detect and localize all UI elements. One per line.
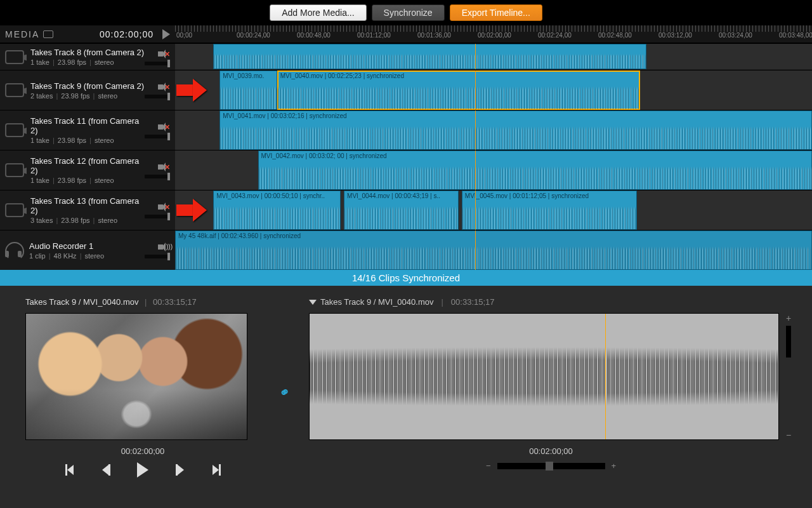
waveform-column: Takes Track 9 / MVI_0040.mov | 00:33:15;… (309, 297, 793, 488)
ruler-tick-label: 00:03:12,00 (657, 32, 717, 39)
step-forward-button[interactable] (172, 462, 187, 478)
zoom-in-h-icon[interactable]: + (612, 461, 617, 471)
preview-label: Takes Track 9 / MVI_0040.mov | 00:33:15;… (25, 297, 260, 307)
zoom-slider[interactable] (497, 463, 605, 469)
track-row: Audio Recorder 11 clip|48 KHz|stereo)))M… (0, 230, 812, 270)
track-lane[interactable]: My 45 48k.aif | 00:02:43.960 | synchroni… (175, 231, 812, 270)
horizontal-zoom[interactable]: − + (309, 461, 793, 471)
ruler-tick-label: 00;00 (175, 32, 235, 39)
go-end-button[interactable] (209, 462, 224, 478)
video-preview[interactable] (25, 313, 247, 440)
track-name: Takes Track 11 (from Camera 2) (30, 116, 145, 135)
add-media-button[interactable]: Add More Media... (270, 4, 366, 21)
preview-source-tc: 00:33:15;17 (153, 297, 197, 307)
clip[interactable]: MVI_0042.mov | 00:03:02; 00 | synchroniz… (258, 150, 812, 190)
ruler-tick-label: 00:02:48,00 (597, 32, 657, 39)
clip-label: MVI_0042.mov | 00:03:02; 00 | synchroniz… (261, 152, 387, 159)
track-header[interactable]: Takes Track 8 (from Camera 2)1 take|23.9… (0, 44, 175, 70)
lower-panel: Takes Track 9 / MVI_0040.mov | 00:33:15;… (0, 286, 812, 488)
media-label: MEDIA (5, 29, 39, 39)
waveform-source-tc: 00:33:15;17 (451, 297, 495, 307)
vertical-zoom[interactable]: + − (784, 313, 793, 440)
track-header[interactable]: Takes Track 11 (from Camera 2)1 take|23.… (0, 110, 175, 150)
transport-controls (25, 462, 260, 478)
clip[interactable]: MVI_0045.mov | 00:01:12;05 | synchronize… (462, 190, 637, 230)
waveform-timecode: 00:02:00;00 (309, 446, 793, 456)
arrow-annotation (176, 79, 209, 102)
clip[interactable] (213, 44, 646, 69)
clip[interactable]: My 45 48k.aif | 00:02:43.960 | synchroni… (175, 231, 812, 270)
clip-label: My 45 48k.aif | 00:02:43.960 | synchroni… (178, 232, 301, 239)
ruler-tick-label: 00:03:24,00 (717, 32, 778, 39)
play-button[interactable] (135, 462, 150, 478)
clip-label: MVI_0041.mov | 00:03:02;16 | synchronize… (223, 112, 346, 119)
speaker-icon[interactable]: ))) (156, 242, 170, 252)
zoom-out-v-icon[interactable]: − (786, 430, 791, 440)
media-header: MEDIA 00:02:00;00 00;0000:00:24,0000:00:… (0, 25, 812, 43)
mute-icon[interactable]: ✕ (156, 122, 170, 132)
track-header[interactable]: Audio Recorder 11 clip|48 KHz|stereo))) (0, 231, 175, 270)
tracks-container: Takes Track 8 (from Camera 2)1 take|23.9… (0, 43, 812, 270)
export-timeline-button[interactable]: Export Timeline... (450, 4, 542, 21)
track-detail: 1 take|23.98 fps|stereo (30, 58, 145, 66)
track-header[interactable]: Takes Track 12 (from Camera 2)1 take|23.… (0, 150, 175, 190)
waveform-label: Takes Track 9 / MVI_0040.mov | 00:33:15;… (309, 297, 793, 307)
mute-icon[interactable]: ✕ (156, 162, 170, 172)
track-lane[interactable]: MVI_0039.mo.MVI_0040.mov | 00:02:25;23 |… (175, 70, 812, 110)
ruler-tick-label: 00:02:00,00 (476, 32, 537, 39)
mute-icon[interactable]: ✕ (156, 82, 170, 92)
synchronize-button[interactable]: Synchronize (372, 4, 445, 21)
track-lane[interactable] (175, 44, 812, 69)
monitor-icon[interactable] (43, 30, 53, 38)
sync-status-bar: 14/16 Clips Synchronized (0, 270, 812, 286)
clip[interactable]: MVI_0040.mov | 00:02:25;23 | synchronize… (277, 70, 640, 110)
mute-icon[interactable]: ✕ (156, 49, 170, 59)
volume-slider[interactable] (145, 175, 170, 178)
mute-icon[interactable]: ✕ (156, 202, 170, 212)
clip[interactable]: MVI_0043.mov | 00:00:50;10 | synchr.. (213, 190, 341, 230)
volume-slider[interactable] (145, 95, 170, 98)
track-name: Audio Recorder 1 (29, 241, 145, 251)
clip-label: MVI_0045.mov | 00:01:12;05 | synchronize… (465, 192, 589, 199)
header-timecode: 00:02:00;00 (100, 29, 154, 39)
track-lane[interactable]: MVI_0043.mov | 00:00:50;10 | synchr..MVI… (175, 190, 812, 230)
track-row: Takes Track 11 (from Camera 2)1 take|23.… (0, 110, 812, 150)
track-row: Takes Track 13 (from Camera 2)3 takes|23… (0, 190, 812, 230)
clip-label: MVI_0044.mov | 00:00:43;19 | s.. (347, 192, 440, 199)
clip-label: MVI_0039.mo. (223, 72, 264, 79)
track-detail: 1 take|23.98 fps|stereo (30, 137, 145, 144)
track-detail: 1 take|23.98 fps|stereo (30, 177, 145, 184)
preview-track-name: Takes Track 9 / MVI_0040.mov (25, 297, 138, 307)
track-lane[interactable]: MVI_0041.mov | 00:03:02;16 | synchronize… (175, 110, 812, 150)
link-icon[interactable]: ⚭ (276, 383, 293, 401)
ruler-tick-label: 00:02:24,00 (537, 32, 597, 39)
go-start-button[interactable] (62, 462, 77, 478)
waveform-view[interactable] (309, 313, 779, 440)
track-row: Takes Track 8 (from Camera 2)1 take|23.9… (0, 43, 812, 70)
volume-slider[interactable] (145, 135, 170, 138)
camera-icon (5, 203, 24, 217)
clip[interactable]: MVI_0039.mo. (219, 70, 277, 110)
zoom-out-h-icon[interactable]: − (486, 461, 491, 471)
play-icon[interactable] (162, 29, 170, 39)
zoom-in-v-icon[interactable]: + (786, 313, 791, 323)
volume-slider[interactable] (145, 215, 170, 218)
track-header[interactable]: Takes Track 9 (from Camera 2)2 takes|23.… (0, 70, 175, 110)
dropdown-icon[interactable] (309, 300, 317, 305)
ruler-tick-label: 00:00:48,00 (296, 32, 356, 39)
clip[interactable]: MVI_0041.mov | 00:03:02;16 | synchronize… (219, 110, 812, 150)
volume-slider[interactable] (145, 255, 170, 258)
track-name: Takes Track 12 (from Camera 2) (30, 156, 145, 175)
track-header[interactable]: Takes Track 13 (from Camera 2)3 takes|23… (0, 190, 175, 230)
waveform-playhead[interactable] (605, 314, 606, 439)
camera-icon (5, 50, 24, 64)
clip-label: MVI_0043.mov | 00:00:50;10 | synchr.. (216, 192, 325, 199)
clip-label: MVI_0040.mov | 00:02:25;23 | synchronize… (280, 72, 404, 79)
volume-slider[interactable] (145, 62, 170, 65)
track-lane[interactable]: MVI_0042.mov | 00:03:02; 00 | synchroniz… (175, 150, 812, 190)
headphones-icon (5, 243, 23, 257)
clip[interactable]: MVI_0044.mov | 00:00:43;19 | s.. (344, 190, 459, 230)
time-ruler[interactable]: 00;0000:00:24,0000:00:48,0000:01:12;0000… (175, 25, 812, 43)
step-back-button[interactable] (98, 462, 114, 478)
track-row: Takes Track 9 (from Camera 2)2 takes|23.… (0, 70, 812, 110)
